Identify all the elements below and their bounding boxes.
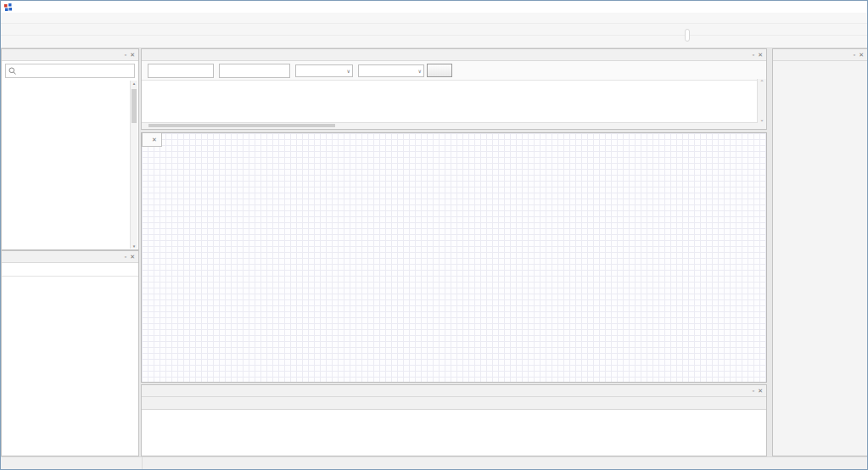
variable-name-input[interactable] xyxy=(148,64,214,78)
app-logo-icon xyxy=(4,3,12,11)
project-tree xyxy=(3,81,131,249)
menu-bar xyxy=(1,13,867,24)
float-window-icon[interactable]: ▫ xyxy=(125,52,126,58)
log-panel: ▫ ✕ xyxy=(141,384,767,456)
close-icon[interactable]: ✕ xyxy=(859,52,864,59)
library-panel-titlebar: ▫ ✕ xyxy=(773,49,867,61)
variables-hscrollbar[interactable] xyxy=(142,122,758,129)
properties-panel-titlebar: ▫ ✕ xyxy=(2,251,138,263)
splitter-right[interactable] xyxy=(767,48,772,456)
ime-bar xyxy=(685,29,690,42)
variables-panel: ▫ ✕ ∨ ∨ ⌃⌄ xyxy=(141,48,767,130)
variables-vscrollbar[interactable]: ⌃⌄ xyxy=(757,79,766,129)
splitter-left[interactable] xyxy=(139,48,141,456)
properties-toolbar xyxy=(2,263,138,277)
log-panel-titlebar: ▫ ✕ xyxy=(142,385,766,397)
library-panel: ▫ ✕ xyxy=(772,48,868,456)
diagram-canvas[interactable]: ✕ xyxy=(141,132,767,383)
close-icon[interactable]: ✕ xyxy=(758,388,763,394)
toolbar-draw-sim xyxy=(1,36,867,48)
app-window: ▫ ✕ ▴▾ ▫ ✕ ▫ ✕ xyxy=(0,0,868,470)
properties-panel: ▫ ✕ xyxy=(1,250,139,456)
target-select[interactable]: ∨ xyxy=(358,64,424,77)
close-icon[interactable]: ✕ xyxy=(130,254,135,260)
variables-panel-titlebar: ▫ ✕ xyxy=(142,49,766,61)
search-icon xyxy=(8,67,16,75)
splitter-var[interactable] xyxy=(141,130,767,132)
log-tabs xyxy=(142,397,766,410)
status-bar xyxy=(1,456,867,470)
float-window-icon[interactable]: ▫ xyxy=(753,388,754,394)
diagram-svg xyxy=(142,133,767,383)
close-icon[interactable]: ✕ xyxy=(758,52,763,59)
search-box[interactable] xyxy=(5,64,135,78)
float-window-icon[interactable]: ▫ xyxy=(753,52,754,58)
project-tree-scrollbar[interactable]: ▴▾ xyxy=(130,81,137,249)
project-panel: ▫ ✕ ▴▾ xyxy=(1,48,139,250)
confirm-button[interactable] xyxy=(427,64,452,77)
canvas-tab[interactable]: ✕ xyxy=(142,133,162,147)
float-window-icon[interactable]: ▫ xyxy=(854,52,855,58)
condition-select[interactable]: ∨ xyxy=(295,64,353,77)
variables-filter-bar: ∨ ∨ xyxy=(142,61,766,81)
splitter-log[interactable] xyxy=(141,383,767,384)
project-panel-titlebar: ▫ ✕ xyxy=(2,49,138,61)
close-icon[interactable]: ✕ xyxy=(130,52,135,59)
log-content xyxy=(142,410,766,415)
float-window-icon[interactable]: ▫ xyxy=(125,254,126,260)
variable-value-input[interactable] xyxy=(219,64,290,78)
search-input[interactable] xyxy=(19,66,132,76)
toolbar-standard xyxy=(1,24,867,36)
close-icon[interactable]: ✕ xyxy=(152,137,157,143)
title-bar xyxy=(1,1,867,13)
variables-table xyxy=(142,79,758,123)
